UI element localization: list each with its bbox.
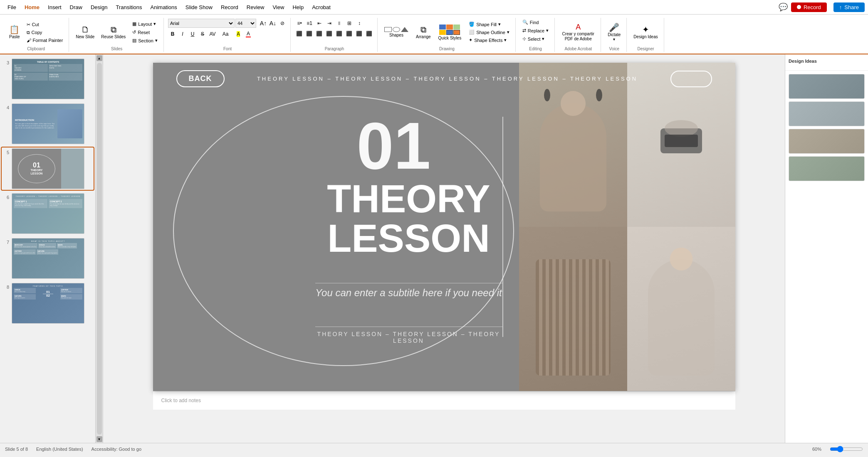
menu-view[interactable]: View — [268, 2, 288, 12]
char-spacing-button[interactable]: AV — [208, 29, 217, 39]
menu-insert[interactable]: Insert — [44, 2, 66, 12]
slide-image-4: INTRODUCTION You can give a short descri… — [12, 103, 84, 144]
bold-button[interactable]: B — [168, 29, 177, 39]
decrease-indent-button[interactable]: ⇤ — [315, 19, 324, 28]
section-button[interactable]: ▤ Section ▾ — [130, 37, 160, 44]
reuse-slides-button[interactable]: ⧉ Reuse Slides — [99, 24, 128, 40]
cut-button[interactable]: ✂ Cut — [24, 21, 66, 28]
menu-acrobat[interactable]: Acrobat — [308, 2, 335, 12]
highlight-button[interactable]: A — [234, 29, 243, 39]
find-button[interactable]: 🔍 Find — [520, 19, 541, 26]
menu-home[interactable]: Home — [20, 2, 44, 12]
slide-thumb-8[interactable]: 8 FEATURES OF THIS TOPIC VENUS Has a sur… — [2, 282, 94, 324]
editing-group-content: 🔍 Find ⇄ Replace ▾ ⊹ Select ▾ — [520, 19, 551, 46]
decrease-font-button[interactable]: A↓ — [268, 19, 277, 28]
align-left-button[interactable]: ⬛ — [295, 29, 304, 38]
designer-group: ✦ Design Ideas Designer — [628, 18, 664, 52]
design-idea-4[interactable] — [789, 156, 865, 181]
shape-outline-button[interactable]: ⬜ Shape Outline ▾ — [466, 29, 512, 36]
zoom-slider[interactable] — [830, 446, 863, 452]
align-right-button[interactable]: ⬛ — [315, 29, 324, 38]
share-button-top[interactable]: ↑ Share — [833, 2, 865, 12]
back-button[interactable]: BACK — [176, 70, 225, 87]
shape-fill-icon: 🪣 — [469, 22, 475, 27]
scroll-up-button[interactable]: ▲ — [96, 55, 102, 61]
strikethrough-button[interactable]: S — [198, 29, 207, 39]
menu-animations[interactable]: Animations — [146, 2, 181, 12]
adobe-create-button[interactable]: A Crear y compartir PDF de Adobe — [559, 22, 597, 43]
notes-area[interactable]: Click to add notes — [153, 391, 735, 410]
copy-button[interactable]: ⧉ Copy — [24, 29, 66, 36]
top-title: THEORY LESSON – THEORY LESSON – THEORY L… — [225, 76, 670, 82]
font-color-button[interactable]: A — [244, 29, 253, 39]
text-align-button[interactable]: ⬛ — [355, 29, 364, 38]
underline-button[interactable]: U — [188, 29, 197, 39]
align-center-button[interactable]: ⬛ — [305, 29, 314, 38]
vertical-scrollbar[interactable]: ▲ ▼ — [96, 54, 103, 443]
layout-button[interactable]: ▦ Layout ▾ — [130, 20, 160, 27]
increase-font-button[interactable]: A↑ — [259, 19, 268, 28]
col-button[interactable]: ⫴ — [335, 19, 344, 28]
slide-thumb-4[interactable]: 4 INTRODUCTION You can give a short desc… — [2, 103, 94, 145]
menu-help[interactable]: Help — [288, 2, 308, 12]
numbering-button[interactable]: ≡1 — [305, 19, 314, 28]
new-slide-button[interactable]: 🗋 New Slide — [73, 24, 97, 40]
slides-panel: 3 TABLE OF CONTENTS 01THEORYLESSON TIPS … — [0, 54, 96, 443]
vertical-divider — [502, 117, 503, 337]
cut-icon: ✂ — [27, 22, 30, 27]
scroll-down-button[interactable]: ▼ — [96, 436, 102, 442]
find-icon: 🔍 — [522, 20, 528, 25]
menu-review[interactable]: Review — [242, 2, 269, 12]
reset-button[interactable]: ↺ Reset — [130, 29, 160, 36]
design-idea-2[interactable] — [789, 101, 865, 126]
align-justify-button[interactable]: ⬛ — [325, 29, 334, 38]
menu-transitions[interactable]: Transitions — [111, 2, 146, 12]
smart-art-button[interactable]: ⊞ — [345, 19, 354, 28]
menu-design[interactable]: Design — [87, 2, 111, 12]
slide-thumb-3[interactable]: 3 TABLE OF CONTENTS 01THEORYLESSON TIPS … — [2, 58, 94, 100]
slide-thumb-7[interactable]: 7 WHAT IS THIS TOPIC ABOUT? MERCURY Merc… — [2, 237, 94, 280]
replace-icon: ⇄ — [522, 28, 526, 33]
bullets-button[interactable]: ≡• — [295, 19, 304, 28]
menu-slideshow[interactable]: Slide Show — [181, 2, 217, 12]
menu-file[interactable]: File — [3, 2, 20, 12]
font-size-select[interactable]: 44 — [235, 19, 256, 28]
increase-indent-button[interactable]: ⇥ — [325, 19, 334, 28]
format-painter-button[interactable]: 🖌 Format Painter — [24, 37, 66, 44]
paste-button[interactable]: 📋 Paste — [7, 24, 22, 40]
slide-canvas[interactable]: BACK THEORY LESSON – THEORY LESSON – THE… — [153, 63, 735, 391]
photo-cell-4 — [627, 227, 735, 391]
text-direction-button[interactable]: ⬛ — [345, 29, 354, 38]
replace-button[interactable]: ⇄ Replace ▾ — [520, 27, 551, 34]
design-idea-1[interactable] — [789, 74, 865, 99]
shape-fill-button[interactable]: 🪣 Shape Fill ▾ — [466, 21, 512, 28]
slide-thumb-6[interactable]: 6 THEORY LESSON – THEORY LESSON – THEORY… — [2, 192, 94, 235]
shapes-button[interactable]: Shapes — [382, 26, 411, 39]
shape-effects-icon: ✦ — [469, 37, 472, 43]
change-case-button[interactable]: Aa — [221, 29, 230, 39]
italic-button[interactable]: I — [178, 29, 187, 39]
select-button[interactable]: ⊹ Select ▾ — [520, 35, 547, 42]
menu-draw[interactable]: Draw — [66, 2, 87, 12]
status-bar: Slide 5 of 8 English (United States) Acc… — [0, 443, 868, 455]
line-spacing-button[interactable]: ↕ — [355, 19, 364, 28]
slide-image-3: TABLE OF CONTENTS 01THEORYLESSON TIPS FO… — [12, 59, 84, 99]
slide-thumb-5[interactable]: 5 01 THEORYLESSON — [2, 147, 94, 190]
font-name-select[interactable]: Arial — [168, 19, 235, 28]
quick-styles-button[interactable]: Quick Styles — [436, 23, 464, 42]
design-idea-3[interactable] — [789, 129, 865, 154]
adobe-group-content: A Crear y compartir PDF de Adobe — [559, 19, 597, 46]
col-layout-button[interactable]: ⬛ — [335, 29, 344, 38]
comments-icon[interactable]: 💬 — [779, 2, 788, 12]
shape-effects-button[interactable]: ✦ Shape Effects ▾ — [466, 37, 512, 44]
design-ideas-button[interactable]: ✦ Design Ideas — [631, 24, 660, 40]
record-button-top[interactable]: Record — [791, 2, 827, 12]
convert-smartart-button[interactable]: ⬛ — [365, 29, 374, 38]
arrange-button[interactable]: ⧉ Arrange — [413, 24, 433, 40]
menu-record[interactable]: Record — [217, 2, 242, 12]
quick-styles-grid — [439, 25, 460, 35]
dictate-button[interactable]: 🎤 Dictate ▾ — [605, 22, 623, 43]
photo-grid — [519, 63, 735, 391]
shape-fill-dropdown: ▾ — [498, 22, 501, 27]
clear-format-button[interactable]: ⊘ — [278, 19, 287, 28]
